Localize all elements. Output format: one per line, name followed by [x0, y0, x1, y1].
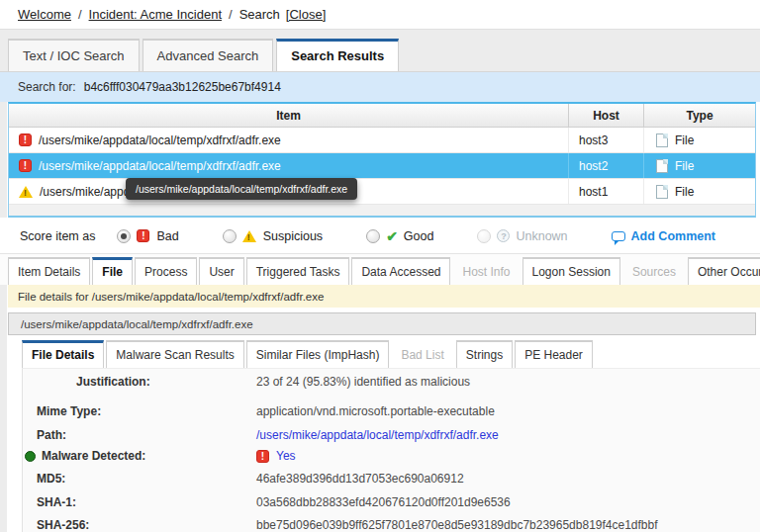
- tab-advanced-search[interactable]: Advanced Search: [142, 39, 274, 71]
- breadcrumb: Welcome / Incident: Acme Incident / Sear…: [0, 0, 760, 30]
- tab-similar-files-imphash[interactable]: Similar Files (ImpHash): [246, 340, 390, 368]
- tab-file[interactable]: File: [92, 257, 133, 285]
- search-query-value: b4c6fff030479aa3b12625be67bf4914: [84, 80, 281, 94]
- breadcrumb-separator: /: [229, 7, 233, 22]
- score-option-label: Suspicious: [263, 229, 323, 243]
- warning-icon: [242, 230, 256, 242]
- table-header-row: Item Host Type: [9, 104, 755, 128]
- breadcrumb-separator: /: [78, 7, 82, 22]
- score-option-unknown: ? Unknown: [477, 229, 567, 243]
- path-tooltip: /users/mike/appdata/local/temp/xdfrxf/ad…: [126, 178, 357, 200]
- tab-process[interactable]: Process: [135, 257, 197, 285]
- item-path: /users/mike/appdata/local/temp/xdfrxf/ad…: [39, 159, 281, 173]
- tab-search-results[interactable]: Search Results: [276, 39, 399, 71]
- tab-malware-scan-results[interactable]: Malware Scan Results: [106, 340, 243, 368]
- tab-data-accessed[interactable]: Data Accessed: [351, 257, 450, 285]
- score-option-suspicious[interactable]: Suspicious: [223, 229, 323, 243]
- file-details-panel: Justification: 23 of 24 (95.83%) identif…: [22, 368, 760, 532]
- host-cell: host1: [569, 179, 644, 204]
- justification-value: 23 of 24 (95.83%) identified as maliciou…: [256, 375, 470, 389]
- type-label: File: [675, 185, 694, 199]
- md5-value: 46afe389d396dd13d7053ec690a06912: [256, 472, 464, 486]
- breadcrumb-incident-link[interactable]: Incident: Acme Incident: [89, 7, 222, 22]
- file-icon: [656, 159, 668, 173]
- tab-bad-list: Bad List: [391, 340, 453, 368]
- table-row-selected[interactable]: ! /users/mike/appdata/local/temp/xdfrxf/…: [9, 153, 755, 179]
- status-dot-icon: [25, 451, 36, 462]
- score-bar: Score item as ! Bad Suspicious ✔ Good ? …: [0, 219, 760, 254]
- comment-bubble-icon: [612, 231, 625, 241]
- host-cell: host3: [569, 128, 644, 152]
- search-results-table: Item Host Type ! /users/mike/appdata/loc…: [8, 102, 756, 218]
- justification-label: Justification:: [76, 375, 150, 389]
- tab-host-info: Host Info: [452, 257, 520, 285]
- bad-score-icon: !: [19, 159, 32, 172]
- type-label: File: [675, 133, 694, 147]
- search-for-label: Search for:: [18, 80, 76, 94]
- bad-icon: !: [256, 450, 269, 463]
- score-option-label: Bad: [156, 229, 178, 243]
- sha256-label: SHA-256:: [37, 518, 89, 532]
- score-item-as-label: Score item as: [20, 229, 95, 243]
- file-tab-bar: File Details Malware Scan Results Simila…: [22, 340, 760, 368]
- breadcrumb-current: Search: [239, 7, 280, 22]
- search-query-bar: Search for: b4c6fff030479aa3b12625be67bf…: [0, 72, 760, 102]
- sha1-label: SHA-1:: [37, 495, 76, 509]
- table-row[interactable]: /users/mike/appdata/local/temp/xdfrxf/ad…: [9, 179, 755, 205]
- main-tab-bar: Text / IOC Search Advanced Search Search…: [0, 30, 760, 72]
- tab-item-details[interactable]: Item Details: [8, 257, 90, 285]
- malware-detected-value[interactable]: Yes: [276, 449, 296, 463]
- tab-text-ioc-search[interactable]: Text / IOC Search: [8, 39, 140, 71]
- tab-logon-session[interactable]: Logon Session: [522, 257, 620, 285]
- md5-label: MD5:: [37, 472, 65, 486]
- check-icon: ✔: [386, 228, 398, 244]
- sha256-value: bbe75d096e039b9ff625f7801e870e8d5e93189d…: [256, 518, 658, 532]
- malware-detected-label: Malware Detected:: [42, 449, 145, 463]
- radio-unknown: [477, 229, 491, 243]
- radio-suspicious[interactable]: [223, 229, 237, 243]
- score-option-bad[interactable]: ! Bad: [117, 229, 178, 243]
- score-option-good[interactable]: ✔ Good: [366, 228, 433, 244]
- tab-other-occurrences[interactable]: Other Occurrences: [688, 257, 760, 285]
- tab-triggered-tasks[interactable]: Triggered Tasks: [246, 257, 350, 285]
- question-icon: ?: [497, 229, 510, 242]
- sha1-value: 03a568dbb28833efd420676120d0ff201d9e6536: [256, 495, 511, 509]
- type-label: File: [675, 159, 694, 173]
- bad-icon: !: [137, 229, 149, 242]
- breadcrumb-welcome-link[interactable]: Welcome: [18, 7, 71, 22]
- file-details-banner: File details for /users/mike/appdata/loc…: [8, 285, 760, 308]
- file-path-header[interactable]: /users/mike/appdata/local/temp/xdfrxf/ad…: [8, 312, 756, 335]
- column-header-host[interactable]: Host: [569, 104, 644, 127]
- tab-strings[interactable]: Strings: [456, 340, 513, 368]
- score-option-label: Unknown: [516, 229, 567, 243]
- host-cell: host2: [569, 153, 644, 178]
- bad-score-icon: !: [19, 133, 32, 146]
- mime-type-value: application/vnd.microsoft.portable-execu…: [256, 404, 495, 418]
- column-header-item[interactable]: Item: [9, 104, 569, 127]
- tab-sources: Sources: [622, 257, 686, 285]
- file-icon: [656, 185, 668, 199]
- close-link[interactable]: [Close]: [286, 7, 326, 22]
- radio-good[interactable]: [366, 229, 380, 243]
- left-gutter: [0, 285, 7, 532]
- score-option-label: Good: [404, 229, 434, 243]
- item-path: /users/mike/appdata/local/temp/xdfrxf/ad…: [39, 133, 281, 147]
- add-comment-button[interactable]: Add Comment: [612, 229, 715, 243]
- tab-user[interactable]: User: [199, 257, 243, 285]
- radio-bad[interactable]: [117, 229, 131, 243]
- detail-tab-bar: Item Details File Process User Triggered…: [0, 254, 760, 285]
- tab-file-details[interactable]: File Details: [22, 340, 104, 368]
- tab-pe-header[interactable]: PE Header: [515, 340, 593, 368]
- add-comment-label: Add Comment: [631, 229, 715, 243]
- left-gutter: [0, 102, 7, 218]
- file-icon: [656, 133, 668, 147]
- path-link[interactable]: /users/mike/appdata/local/temp/xdfrxf/ad…: [256, 428, 499, 442]
- column-header-type[interactable]: Type: [644, 104, 755, 127]
- warning-icon: [19, 186, 33, 198]
- path-label: Path:: [37, 428, 66, 442]
- mime-type-label: Mime Type:: [37, 404, 101, 418]
- table-row[interactable]: ! /users/mike/appdata/local/temp/xdfrxf/…: [9, 128, 755, 153]
